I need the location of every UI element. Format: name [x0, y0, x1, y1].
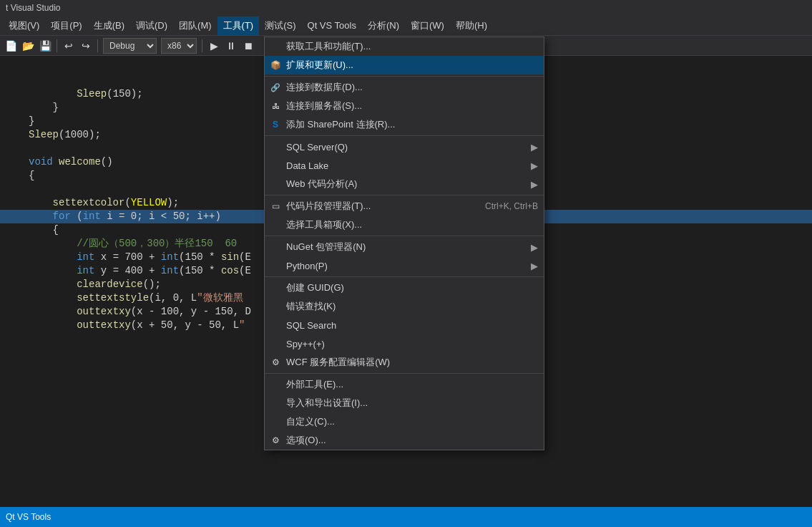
sep-1 [265, 76, 544, 77]
toolbar-divider-3 [202, 39, 202, 52]
sep-6 [265, 373, 544, 374]
debug-config-select[interactable]: Debug Release [103, 38, 157, 54]
toolbar-divider-1 [57, 39, 57, 52]
connect-db-icon: 🔗 [268, 83, 283, 92]
sql-server-arrow: ▶ [531, 142, 538, 153]
menu-item-code-snippets[interactable]: ▭ 代码片段管理器(T)... Ctrl+K, Ctrl+B [265, 197, 544, 216]
platform-select[interactable]: x86 x64 [161, 38, 197, 54]
menu-测试[interactable]: 测试(S) [259, 16, 301, 35]
menu-item-connect-server[interactable]: 🖧 连接到服务器(S)... [265, 97, 544, 115]
code-snippets-icon: ▭ [268, 201, 283, 211]
nuget-arrow: ▶ [531, 242, 538, 253]
menu-item-options[interactable]: ⚙ 选项(O)... [265, 431, 544, 450]
menu-item-data-lake[interactable]: Data Lake ▶ [265, 156, 544, 175]
menu-item-spy[interactable]: Spy++(+) [265, 334, 544, 353]
toolbar-open[interactable]: 📂 [20, 38, 36, 54]
options-icon: ⚙ [268, 435, 283, 445]
menu-分析[interactable]: 分析(N) [362, 16, 405, 35]
toolbar-save[interactable]: 💾 [37, 38, 53, 54]
toolbar-pause[interactable]: ⏸ [223, 38, 239, 54]
menu-视图[interactable]: 视图(V) [3, 16, 45, 35]
title-text: t Visual Studio [6, 3, 61, 13]
menu-item-web-code[interactable]: Web 代码分析(A) ▶ [265, 175, 544, 193]
menu-item-connect-db[interactable]: 🔗 连接到数据库(D)... [265, 78, 544, 97]
menu-item-extensions[interactable]: 📦 扩展和更新(U)... [265, 56, 544, 74]
toolbar-undo[interactable]: ↩ [61, 38, 77, 54]
wcf-icon: ⚙ [268, 357, 283, 367]
menu-item-get-tools[interactable]: 获取工具和功能(T)... [265, 37, 544, 56]
menu-item-sharepoint[interactable]: S 添加 SharePoint 连接(R)... [265, 115, 544, 134]
menu-item-nuget[interactable]: NuGet 包管理器(N) ▶ [265, 238, 544, 256]
menu-窗口[interactable]: 窗口(W) [405, 16, 450, 35]
tools-dropdown-menu: 获取工具和功能(T)... 📦 扩展和更新(U)... 🔗 连接到数据库(D).… [264, 37, 544, 450]
menu-item-sql-search[interactable]: SQL Search [265, 316, 544, 334]
menu-item-sql-server[interactable]: SQL Server(Q) ▶ [265, 137, 544, 156]
menu-item-create-guid[interactable]: 创建 GUID(G) [265, 279, 544, 297]
code-snippets-shortcut: Ctrl+K, Ctrl+B [485, 201, 538, 211]
menu-团队[interactable]: 团队(M) [173, 16, 217, 35]
menu-item-external-tools[interactable]: 外部工具(E)... [265, 375, 544, 394]
menu-item-import-export[interactable]: 导入和导出设置(I)... [265, 394, 544, 412]
sharepoint-icon: S [268, 120, 283, 130]
menu-item-python[interactable]: Python(P) ▶ [265, 256, 544, 275]
status-bar: Qt VS Tools [0, 507, 812, 527]
status-bar-text: Qt VS Tools [6, 512, 51, 522]
sep-3 [265, 195, 544, 195]
menu-item-wcf[interactable]: ⚙ WCF 服务配置编辑器(W) [265, 353, 544, 372]
menu-调试[interactable]: 调试(D) [130, 16, 173, 35]
menu-item-error-search[interactable]: 错误查找(K) [265, 297, 544, 316]
menu-qt-vs-tools[interactable]: Qt VS Tools [302, 17, 362, 34]
toolbar-redo[interactable]: ↪ [78, 38, 94, 54]
menu-item-choose-toolbox[interactable]: 选择工具箱项(X)... [265, 216, 544, 234]
sep-4 [265, 236, 544, 236]
toolbar-divider-2 [97, 39, 98, 52]
menu-item-customize[interactable]: 自定义(C)... [265, 412, 544, 431]
extensions-icon: 📦 [268, 60, 283, 70]
data-lake-arrow: ▶ [531, 160, 538, 171]
menu-项目[interactable]: 项目(P) [45, 16, 87, 35]
title-bar: t Visual Studio [0, 0, 812, 16]
menu-bar: 视图(V) 项目(P) 生成(B) 调试(D) 团队(M) 工具(T) 测试(S… [0, 16, 812, 36]
python-arrow: ▶ [531, 261, 538, 271]
menu-工具[interactable]: 工具(T) [217, 16, 260, 35]
web-code-arrow: ▶ [531, 179, 538, 190]
sep-2 [265, 135, 544, 136]
toolbar-new-file[interactable]: 📄 [3, 38, 19, 54]
toolbar-stop[interactable]: ⏹ [240, 38, 256, 54]
menu-帮助[interactable]: 帮助(H) [450, 16, 493, 35]
menu-生成[interactable]: 生成(B) [88, 16, 130, 35]
connect-server-icon: 🖧 [268, 102, 283, 110]
toolbar-run[interactable]: ▶ [206, 38, 222, 54]
sep-5 [265, 276, 544, 277]
